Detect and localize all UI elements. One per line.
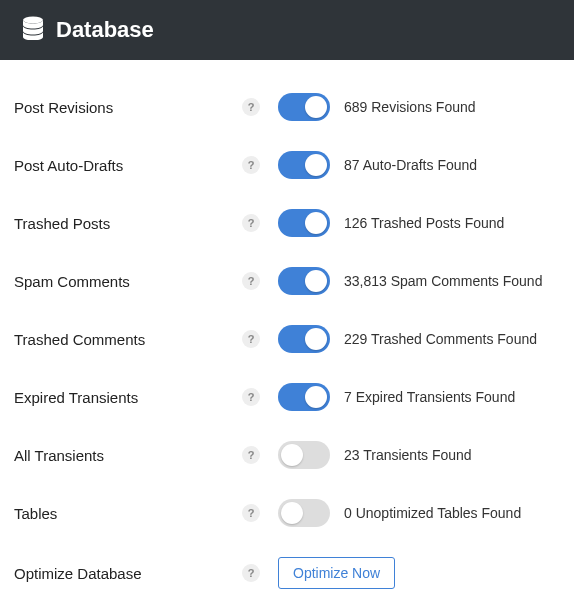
status-text: 33,813 Spam Comments Found — [344, 273, 542, 289]
optimize-now-button[interactable]: Optimize Now — [278, 557, 395, 589]
row-spam-comments: Spam Comments ? 33,813 Spam Comments Fou… — [14, 252, 560, 310]
settings-list: Post Revisions ? 689 Revisions Found Pos… — [0, 60, 574, 590]
help-icon[interactable]: ? — [242, 564, 260, 582]
help-icon[interactable]: ? — [242, 388, 260, 406]
page-title: Database — [56, 17, 154, 43]
status-text: 7 Expired Transients Found — [344, 389, 515, 405]
toggle-trashed-comments[interactable] — [278, 325, 330, 353]
help-icon[interactable]: ? — [242, 272, 260, 290]
status-text: 87 Auto-Drafts Found — [344, 157, 477, 173]
row-label: Trashed Posts — [14, 215, 242, 232]
row-post-auto-drafts: Post Auto-Drafts ? 87 Auto-Drafts Found — [14, 136, 560, 194]
help-icon[interactable]: ? — [242, 504, 260, 522]
row-trashed-comments: Trashed Comments ? 229 Trashed Comments … — [14, 310, 560, 368]
database-icon — [22, 16, 44, 44]
help-icon[interactable]: ? — [242, 214, 260, 232]
help-icon[interactable]: ? — [242, 446, 260, 464]
row-label: Expired Transients — [14, 389, 242, 406]
row-expired-transients: Expired Transients ? 7 Expired Transient… — [14, 368, 560, 426]
status-text: 23 Transients Found — [344, 447, 472, 463]
svg-point-0 — [23, 17, 43, 24]
row-optimize: Optimize Database ? Optimize Now — [14, 542, 560, 590]
row-label: Post Auto-Drafts — [14, 157, 242, 174]
row-label: Spam Comments — [14, 273, 242, 290]
header: Database — [0, 0, 574, 60]
toggle-expired-transients[interactable] — [278, 383, 330, 411]
help-icon[interactable]: ? — [242, 330, 260, 348]
row-label: Post Revisions — [14, 99, 242, 116]
toggle-post-auto-drafts[interactable] — [278, 151, 330, 179]
row-label: Tables — [14, 505, 242, 522]
help-icon[interactable]: ? — [242, 156, 260, 174]
row-trashed-posts: Trashed Posts ? 126 Trashed Posts Found — [14, 194, 560, 252]
status-text: 689 Revisions Found — [344, 99, 476, 115]
row-tables: Tables ? 0 Unoptimized Tables Found — [14, 484, 560, 542]
toggle-tables[interactable] — [278, 499, 330, 527]
toggle-all-transients[interactable] — [278, 441, 330, 469]
toggle-post-revisions[interactable] — [278, 93, 330, 121]
row-all-transients: All Transients ? 23 Transients Found — [14, 426, 560, 484]
row-post-revisions: Post Revisions ? 689 Revisions Found — [14, 78, 560, 136]
row-label: Optimize Database — [14, 565, 242, 582]
status-text: 0 Unoptimized Tables Found — [344, 505, 521, 521]
status-text: 126 Trashed Posts Found — [344, 215, 504, 231]
toggle-trashed-posts[interactable] — [278, 209, 330, 237]
status-text: 229 Trashed Comments Found — [344, 331, 537, 347]
toggle-spam-comments[interactable] — [278, 267, 330, 295]
row-label: Trashed Comments — [14, 331, 242, 348]
help-icon[interactable]: ? — [242, 98, 260, 116]
row-label: All Transients — [14, 447, 242, 464]
